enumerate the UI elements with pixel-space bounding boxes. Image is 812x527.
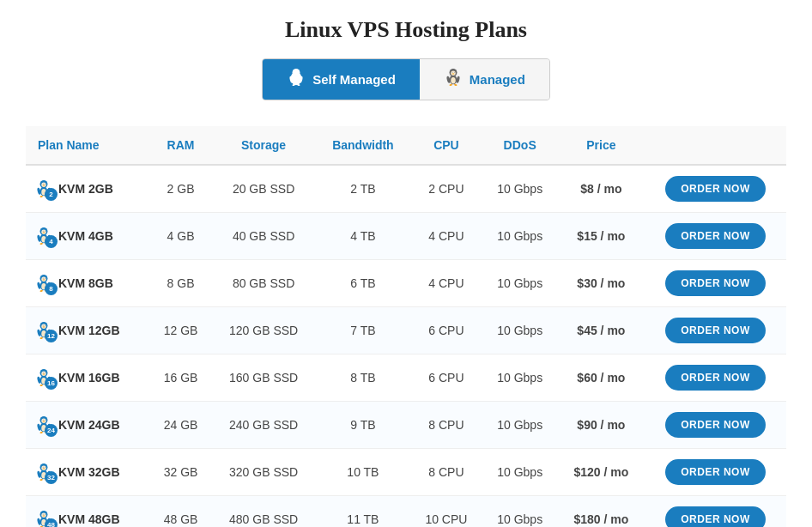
plan-cell-5: 24 KVM 24GB [26, 402, 149, 449]
svg-point-50 [43, 232, 45, 233]
svg-point-87 [43, 373, 44, 373]
storage-cell-4: 160 GB SSD [212, 354, 316, 402]
order-now-button-6[interactable]: ORDER NOW [665, 459, 766, 485]
ddos-cell-1: 10 Gbps [482, 213, 558, 260]
plan-name: KVM 12GB [58, 324, 120, 337]
col-price: Price [558, 126, 645, 165]
svg-point-128 [43, 515, 45, 516]
plan-name: KVM 16GB [58, 371, 120, 385]
table-row: 48 KVM 48GB 48 GB480 GB SSD11 TB10 CPU10… [26, 496, 786, 528]
svg-point-103 [39, 431, 43, 433]
ddos-cell-3: 10 Gbps [482, 307, 558, 354]
linux-icon-managed [444, 68, 463, 91]
order-cell-5: ORDER NOW [645, 402, 786, 449]
col-plan: Plan Name [26, 126, 149, 165]
ram-cell-0: 2 GB [149, 165, 211, 213]
ram-cell-1: 4 GB [149, 213, 211, 260]
storage-cell-6: 320 GB SSD [212, 449, 316, 496]
svg-point-63 [43, 279, 45, 280]
col-ram: RAM [149, 126, 211, 165]
price-cell-5: $90 / mo [558, 402, 645, 449]
ram-cell-4: 16 GB [149, 354, 211, 402]
table-row: 32 KVM 32GB 32 GB320 GB SSD10 TB8 CPU10 … [26, 449, 786, 496]
order-now-button-0[interactable]: ORDER NOW [665, 176, 766, 202]
svg-point-22 [452, 72, 453, 73]
svg-point-76 [43, 326, 45, 327]
cpu-cell-2: 4 CPU [410, 260, 482, 307]
svg-point-23 [454, 72, 455, 73]
order-now-button-5[interactable]: ORDER NOW [665, 412, 766, 438]
svg-point-116 [39, 478, 43, 481]
ram-cell-7: 48 GB [149, 496, 211, 528]
svg-point-89 [43, 373, 45, 374]
bandwidth-cell-0: 2 TB [316, 165, 411, 213]
price-cell-2: $30 / mo [558, 260, 645, 307]
svg-point-10 [295, 73, 297, 74]
tab-managed[interactable]: Managed [420, 59, 549, 100]
plan-cell-6: 32 KVM 32GB [26, 449, 149, 496]
svg-point-127 [45, 514, 45, 515]
svg-point-37 [43, 185, 45, 185]
cpu-cell-7: 10 CPU [410, 496, 482, 528]
svg-point-8 [295, 72, 296, 73]
svg-point-77 [39, 336, 43, 339]
ddos-cell-7: 10 Gbps [482, 496, 558, 528]
plan-icon-container: 32 [34, 463, 53, 482]
tab-bar: Self Managed [262, 58, 550, 100]
order-cell-1: ORDER NOW [645, 213, 786, 260]
plan-name: KVM 2GB [58, 182, 113, 196]
table-row: 24 KVM 24GB 24 GB240 GB SSD9 TB8 CPU10 G… [26, 402, 786, 449]
svg-point-61 [43, 278, 44, 279]
order-now-button-1[interactable]: ORDER NOW [665, 223, 766, 249]
plan-icon-container: 8 [34, 274, 53, 293]
order-cell-2: ORDER NOW [645, 260, 786, 307]
svg-point-75 [45, 325, 45, 326]
table-row: 2 KVM 2GB 2 GB20 GB SSD2 TB2 CPU10 Gbps$… [26, 165, 786, 213]
plan-name: KVM 8GB [58, 276, 113, 290]
plan-badge: 24 [45, 424, 58, 437]
price-cell-4: $60 / mo [558, 354, 645, 402]
plan-icon-container: 12 [34, 321, 53, 340]
bandwidth-cell-3: 7 TB [316, 307, 411, 354]
plan-icon-container: 24 [34, 415, 53, 434]
plan-name: KVM 48GB [58, 512, 120, 526]
svg-point-74 [43, 325, 44, 326]
order-cell-6: ORDER NOW [645, 449, 786, 496]
ddos-cell-0: 10 Gbps [482, 165, 558, 213]
svg-point-38 [39, 195, 43, 197]
plan-badge: 32 [45, 471, 58, 484]
price-cell-3: $45 / mo [558, 307, 645, 354]
price-cell-1: $15 / mo [558, 213, 645, 260]
order-now-button-3[interactable]: ORDER NOW [665, 318, 766, 343]
svg-point-100 [43, 420, 44, 421]
ram-cell-5: 24 GB [149, 402, 211, 449]
svg-point-48 [43, 231, 44, 232]
order-cell-4: ORDER NOW [645, 354, 786, 402]
order-cell-7: ORDER NOW [645, 496, 786, 528]
table-row: 4 KVM 4GB 4 GB40 GB SSD4 TB4 CPU10 Gbps$… [26, 213, 786, 260]
col-storage: Storage [212, 126, 316, 165]
ddos-cell-5: 10 Gbps [482, 402, 558, 449]
order-now-button-2[interactable]: ORDER NOW [665, 270, 766, 296]
plan-badge: 4 [45, 235, 58, 248]
storage-cell-7: 480 GB SSD [212, 496, 316, 528]
order-now-button-7[interactable]: ORDER NOW [665, 506, 766, 527]
plan-badge: 8 [45, 282, 58, 295]
svg-point-3 [294, 77, 299, 84]
svg-point-126 [43, 514, 44, 515]
plan-cell-4: 16 KVM 16GB [26, 354, 149, 402]
tab-managed-label: Managed [470, 72, 525, 87]
plan-badge: 48 [45, 518, 58, 527]
plan-icon-container: 48 [34, 510, 53, 527]
bandwidth-cell-7: 11 TB [316, 496, 411, 528]
ddos-cell-6: 10 Gbps [482, 449, 558, 496]
plan-icon-container: 4 [34, 227, 53, 245]
tab-self-managed[interactable]: Self Managed [263, 59, 420, 100]
page-title: Linux VPS Hosting Plans [26, 17, 786, 43]
col-ddos: DDoS [482, 126, 558, 165]
cpu-cell-0: 2 CPU [410, 165, 482, 213]
svg-point-113 [43, 467, 44, 468]
svg-point-115 [43, 468, 45, 469]
order-now-button-4[interactable]: ORDER NOW [665, 365, 766, 391]
col-action [645, 126, 786, 165]
